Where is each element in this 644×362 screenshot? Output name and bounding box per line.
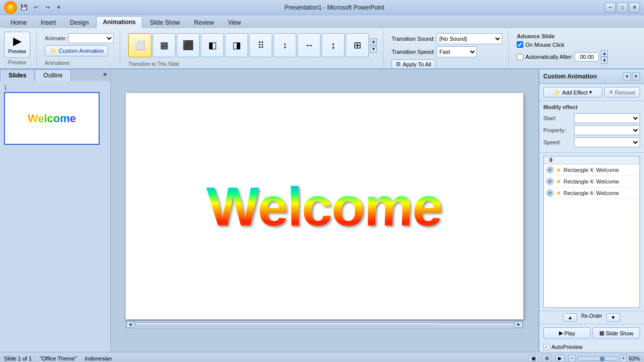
zoom-in-button[interactable]: +	[620, 354, 627, 362]
trans-split-button[interactable]: ↨	[321, 33, 345, 57]
remove-button[interactable]: ✕ Remove	[604, 87, 640, 98]
trans-scroll-down[interactable]: ▼	[370, 46, 377, 53]
trans-more-button[interactable]: ⊞	[346, 33, 369, 57]
animations-group: Animate: ✨ Custom Animation Animations	[45, 30, 120, 66]
play-icon: ▶	[559, 330, 563, 336]
custom-animation-button[interactable]: ✨ Custom Animation	[45, 45, 108, 56]
play-button[interactable]: ▶ Play	[543, 327, 591, 339]
play-row: ▶ Play ▦ Slide Show	[539, 324, 644, 342]
reorder-row: ▲ Re-Order ▼	[539, 311, 644, 324]
trans-none-button[interactable]: ⬜	[128, 33, 151, 57]
apply-all-button[interactable]: ⊟ Apply To All	[391, 59, 436, 69]
slideshow-button[interactable]: ▦ Slide Show	[593, 327, 640, 339]
custom-panel-title: Custom Animation	[543, 73, 597, 80]
trans-uncover-button[interactable]: ◨	[225, 33, 248, 57]
view-slideshow-button[interactable]: ▶	[555, 354, 565, 362]
minimize-button[interactable]: ─	[605, 3, 616, 13]
trans-slide-button[interactable]: ⬛	[177, 33, 200, 57]
tab-animations[interactable]: Animations	[96, 16, 142, 28]
save-button[interactable]: 💾	[19, 3, 29, 13]
reorder-down-button[interactable]: ▼	[606, 313, 620, 322]
trans-fade-button[interactable]: ▦	[152, 33, 176, 57]
trans-next-button[interactable]: ↔	[297, 33, 320, 57]
status-right: ▣ ⊞ ▶ − + 63%	[529, 354, 640, 362]
time-up-button[interactable]: ▲	[601, 50, 608, 57]
close-button[interactable]: ✕	[629, 3, 640, 13]
star-icon: ✨	[49, 47, 57, 54]
view-normal-button[interactable]: ▣	[529, 354, 538, 362]
thumb-welcome-text: Welcome	[28, 112, 76, 125]
auto-after-checkbox[interactable]	[517, 54, 523, 60]
preview-label: Preview	[8, 49, 26, 54]
reorder-up-button[interactable]: ▲	[563, 313, 577, 322]
speed-row: Speed:	[543, 137, 640, 147]
autopreview-row: ✓ AutoPreview	[539, 342, 644, 352]
view-slide-sorter-button[interactable]: ⊞	[542, 354, 551, 362]
transitions-group: ⬜ ▦ ⬛ ◧ ◨ ⠿ ↕ ↔ ↨ ⊞ ▲ ▼ Transition to Th…	[128, 30, 383, 66]
panel-close-x-button[interactable]: ✕	[632, 72, 640, 80]
property-select[interactable]	[574, 125, 640, 135]
animate-select[interactable]	[68, 33, 114, 43]
add-effect-button[interactable]: ✨ Add Effect ▾	[543, 87, 602, 98]
transition-sound-label: Transition Sound:	[391, 36, 435, 42]
animation-item-1[interactable]: ⏱ ★ Rectangle 4: Welcome	[544, 164, 639, 176]
property-label: Property:	[543, 127, 571, 133]
slide-count-status: Slide 1 of 1	[4, 355, 32, 361]
reorder-label: Re-Order	[581, 313, 602, 322]
transition-sound-select[interactable]: [No Sound]	[437, 33, 502, 44]
time-down-button[interactable]: ▼	[601, 57, 608, 64]
tab-view[interactable]: View	[221, 17, 248, 28]
status-bar: Slide 1 of 1 "Office Theme" Indonesian ▣…	[0, 352, 644, 362]
transition-speed-select[interactable]: Fast	[437, 46, 477, 57]
scroll-right-button[interactable]: ►	[515, 321, 523, 328]
start-label: Start:	[543, 115, 571, 121]
animation-item-2[interactable]: ⏱ ★ Rectangle 4: Welcome	[544, 176, 639, 188]
undo-button[interactable]: ↩	[31, 3, 41, 13]
autopreview-label: AutoPreview	[551, 344, 583, 350]
tab-slideshow[interactable]: Slide Show	[143, 17, 187, 28]
tab-outline[interactable]: Outline	[35, 69, 71, 81]
title-bar-left: P 💾 ↩ ↪ ▾	[4, 1, 64, 14]
animation-list: 0 ⏱ ★ Rectangle 4: Welcome ⏱ ★ Rectangle…	[543, 156, 640, 308]
trans-prev-button[interactable]: ↕	[273, 33, 296, 57]
trans-cover-button[interactable]: ◧	[201, 33, 224, 57]
scroll-left-button[interactable]: ◄	[126, 321, 134, 328]
scroll-track[interactable]	[135, 322, 514, 326]
tab-home[interactable]: Home	[4, 17, 33, 28]
autopreview-checkbox[interactable]: ✓	[543, 344, 549, 350]
anim-clock-icon-3: ⏱	[546, 189, 554, 197]
on-mouse-click-row: On Mouse Click	[517, 41, 565, 48]
zoom-slider[interactable]	[578, 356, 618, 360]
start-row: Start:	[543, 113, 640, 123]
start-select[interactable]	[574, 113, 640, 123]
animation-item-3[interactable]: ⏱ ★ Rectangle 4: Welcome	[544, 188, 639, 199]
speed-select[interactable]	[574, 137, 640, 147]
apply-all-icon: ⊟	[396, 61, 400, 67]
panel-collapse-button[interactable]: ▾	[623, 72, 631, 80]
title-bar: P 💾 ↩ ↪ ▾ Presentation1 - Microsoft Powe…	[0, 0, 644, 15]
customize-button[interactable]: ▾	[54, 3, 64, 13]
slide-thumbnail[interactable]: Welcome	[4, 92, 100, 145]
ribbon-tabs: Home Insert Design Animations Slide Show…	[0, 15, 644, 28]
welcome-text: Welcome	[205, 174, 443, 238]
auto-after-input[interactable]	[575, 52, 599, 61]
tab-review[interactable]: Review	[188, 17, 220, 28]
trans-dissolve-button[interactable]: ⠿	[249, 33, 272, 57]
preview-button[interactable]: ▶ Preview	[4, 32, 30, 58]
panel-close-button[interactable]: ✕	[100, 69, 110, 81]
auto-after-label: Automatically After:	[525, 54, 573, 60]
tab-insert[interactable]: Insert	[34, 17, 62, 28]
transition-group-label: Transition to This Slide	[128, 61, 377, 67]
modify-section: Modify effect Start: Property: Speed:	[539, 101, 644, 153]
on-mouse-click-label: On Mouse Click	[525, 42, 565, 48]
slide-canvas[interactable]: Welcome	[126, 93, 523, 319]
anim-item-3-text: Rectangle 4: Welcome	[564, 190, 619, 196]
tab-slides[interactable]: Slides	[0, 69, 35, 81]
zoom-out-button[interactable]: −	[569, 354, 576, 362]
tab-design[interactable]: Design	[63, 17, 95, 28]
on-mouse-click-checkbox[interactable]	[517, 41, 523, 48]
maximize-button[interactable]: □	[617, 3, 628, 13]
trans-scroll-up[interactable]: ▲	[370, 38, 377, 45]
canvas-scrollbar: ◄ ►	[126, 320, 523, 328]
redo-button[interactable]: ↪	[42, 3, 52, 13]
